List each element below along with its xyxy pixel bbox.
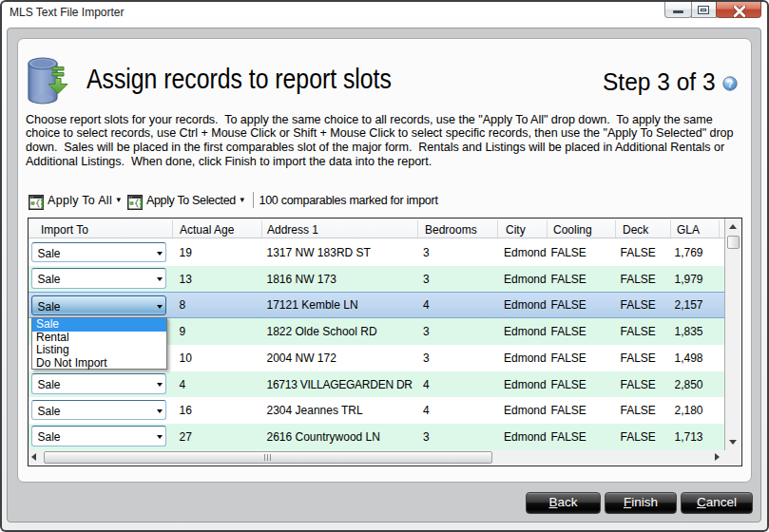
svg-text:?: ? xyxy=(727,78,733,89)
